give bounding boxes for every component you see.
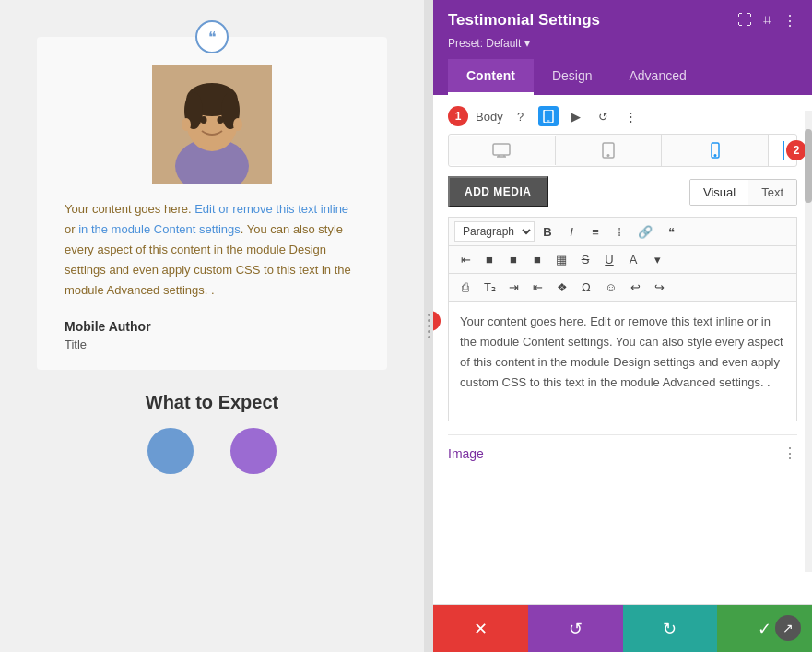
tab-design[interactable]: Design xyxy=(534,59,611,95)
drag-dots xyxy=(428,314,430,338)
tab-advanced[interactable]: Advanced xyxy=(610,59,704,95)
more-options-icon[interactable]: ⋮ xyxy=(621,106,641,126)
avatar-blue xyxy=(147,428,194,474)
section-title: What to Expect xyxy=(146,392,278,413)
panel-header: Testimonial Settings ⛶ ⌗ ⋮ Preset: Defau… xyxy=(433,0,812,95)
visual-tab[interactable]: Visual xyxy=(690,180,748,205)
svg-point-7 xyxy=(201,116,207,124)
author-name: Mobile Author xyxy=(65,319,359,334)
scroll-track[interactable] xyxy=(805,111,812,572)
image-section-title: Image xyxy=(448,446,484,461)
panel-header-icons: ⛶ ⌗ ⋮ xyxy=(737,12,797,30)
panel-body: 1 Body ? ▶ ↺ ⋮ xyxy=(433,95,812,604)
svg-point-8 xyxy=(218,116,224,124)
avatar-purple xyxy=(230,428,277,474)
quote-icon: ❝ xyxy=(195,20,229,53)
cursor-icon[interactable]: ▶ xyxy=(566,106,586,126)
preset-label[interactable]: Preset: Default ▾ xyxy=(448,37,530,50)
preview-area: ❝ xyxy=(0,0,424,652)
panel-tabs: Content Design Advanced xyxy=(448,59,797,95)
fullscreen-btn[interactable]: ❖ xyxy=(551,278,573,297)
desktop-btn[interactable] xyxy=(449,136,556,165)
author-photo xyxy=(152,65,272,184)
step-badge-3: 3 xyxy=(433,311,441,331)
omega-btn[interactable]: Ω xyxy=(575,278,597,297)
svg-point-9 xyxy=(182,118,191,131)
testimonial-text: Your content goes here. Edit or remove t… xyxy=(65,199,359,301)
link-btn[interactable]: 🔗 xyxy=(632,221,658,242)
body-label: Body xyxy=(476,110,503,124)
undo-small-icon[interactable]: ↺ xyxy=(594,106,614,126)
image-section-header: Image ⋮ xyxy=(448,434,797,468)
expand-icon[interactable]: ⛶ xyxy=(737,12,752,29)
tablet-btn[interactable] xyxy=(556,135,663,166)
text-tab[interactable]: Text xyxy=(748,180,796,205)
blockquote-btn[interactable]: ❝ xyxy=(660,221,682,242)
edit-link[interactable]: Edit or remove this text inline xyxy=(194,202,348,216)
indent-btn[interactable]: ⇥ xyxy=(503,278,525,297)
media-visual-row: ADD MEDIA Visual Text xyxy=(448,176,797,207)
more-icon[interactable]: ⋮ xyxy=(783,12,797,30)
redo-footer-button[interactable]: ↻ xyxy=(623,605,718,652)
align-right-btn[interactable]: ■ xyxy=(502,250,524,269)
device-mobile-icon[interactable] xyxy=(538,106,559,126)
help-icon[interactable]: ? xyxy=(511,106,531,126)
outdent-btn[interactable]: ⇤ xyxy=(527,278,549,297)
emoji-btn[interactable]: ☺ xyxy=(599,278,622,297)
redo-footer-icon: ↻ xyxy=(663,619,677,639)
table-btn[interactable]: ▦ xyxy=(550,250,572,269)
add-media-button[interactable]: ADD MEDIA xyxy=(448,176,548,207)
content-wrapper: 3 Your content goes here. Edit or remove… xyxy=(448,302,797,421)
drag-dot xyxy=(428,336,430,338)
font-color-dropdown[interactable]: ▾ xyxy=(646,250,668,269)
cancel-button[interactable]: ✕ xyxy=(433,605,528,652)
strikethrough-btn[interactable]: S xyxy=(574,250,596,269)
paragraph-select[interactable]: Paragraph Heading 1 Heading 2 xyxy=(454,221,535,242)
align-center-btn[interactable]: ■ xyxy=(478,250,500,269)
layout-icon[interactable]: ⌗ xyxy=(763,12,771,29)
svg-point-15 xyxy=(607,155,609,157)
save-icon: ✓ xyxy=(758,619,771,639)
superscript-btn[interactable]: T₂ xyxy=(478,278,501,297)
device-row-wrapper: 2 xyxy=(448,134,797,167)
visual-text-tabs: Visual Text xyxy=(689,179,797,206)
drag-dot xyxy=(428,314,430,316)
svg-rect-13 xyxy=(493,144,510,155)
mobile-btn[interactable] xyxy=(662,135,769,166)
justify-btn[interactable]: ■ xyxy=(526,250,548,269)
italic-btn[interactable]: I xyxy=(560,221,583,242)
tab-content[interactable]: Content xyxy=(448,59,534,95)
paste-text-btn[interactable]: ⎙ xyxy=(454,278,477,297)
ul-btn[interactable]: ≡ xyxy=(584,221,606,242)
svg-rect-12 xyxy=(547,121,549,122)
underline-btn[interactable]: U xyxy=(598,250,620,269)
drag-dot xyxy=(428,325,430,327)
author-title: Title xyxy=(65,338,359,351)
panel-title: Testimonial Settings xyxy=(448,11,600,30)
rich-toolbar-row1: Paragraph Heading 1 Heading 2 B I ≡ ⁞ 🔗 … xyxy=(448,217,797,245)
content-link[interactable]: in the module Content settings xyxy=(78,222,241,236)
content-editable-area[interactable]: Your content goes here. Edit or remove t… xyxy=(448,302,797,421)
cancel-icon: ✕ xyxy=(474,619,488,639)
bold-btn[interactable]: B xyxy=(536,221,559,242)
undo-footer-icon: ↺ xyxy=(569,619,583,639)
bottom-avatars xyxy=(147,428,277,474)
step-badge-2: 2 xyxy=(786,140,806,160)
rich-toolbar-row2: ⇤ ■ ■ ■ ▦ S U A ▾ xyxy=(448,245,797,273)
image-section-more-icon[interactable]: ⋮ xyxy=(783,445,797,462)
scroll-thumb[interactable] xyxy=(805,129,812,203)
undo-footer-button[interactable]: ↺ xyxy=(528,605,623,652)
svg-point-10 xyxy=(233,118,242,131)
floating-arrow-btn[interactable]: ↗ xyxy=(775,615,801,641)
align-left-btn[interactable]: ⇤ xyxy=(454,250,477,269)
drag-dot xyxy=(428,330,430,333)
panel-footer: ✕ ↺ ↻ ✓ xyxy=(433,604,812,652)
step-badge-1: 1 xyxy=(448,106,468,126)
drag-handle[interactable] xyxy=(424,0,433,652)
preset-row: Preset: Default ▾ xyxy=(448,37,797,50)
undo-btn[interactable]: ↩ xyxy=(624,278,646,297)
settings-panel: Testimonial Settings ⛶ ⌗ ⋮ Preset: Defau… xyxy=(433,0,812,652)
ol-btn[interactable]: ⁞ xyxy=(608,221,630,242)
redo-btn[interactable]: ↪ xyxy=(648,278,670,297)
font-color-btn[interactable]: A xyxy=(622,250,644,269)
